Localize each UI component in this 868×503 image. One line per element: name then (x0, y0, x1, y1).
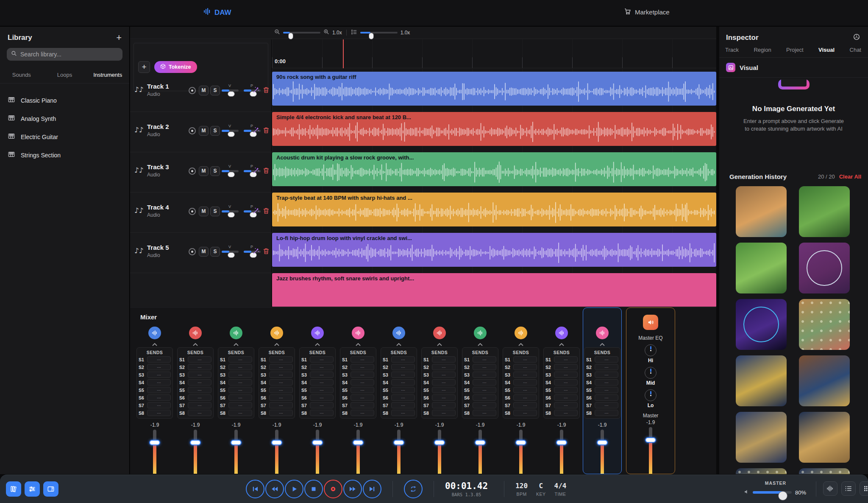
channel-fader[interactable] (479, 430, 482, 474)
record-arm-button[interactable] (189, 208, 196, 215)
chevron-up-icon[interactable] (559, 341, 565, 346)
record-arm-button[interactable] (189, 248, 196, 255)
skip-back-button[interactable] (246, 480, 264, 498)
audio-clip-1[interactable]: 90s rock song with a guitar riff (272, 72, 716, 106)
send-value[interactable]: --- (228, 387, 252, 393)
chevron-up-icon[interactable] (274, 341, 280, 346)
mute-button[interactable]: M (199, 247, 209, 257)
history-thumb-gorilla-mother-baby-jungle[interactable] (736, 243, 787, 293)
send-value[interactable]: --- (310, 372, 334, 378)
send-value[interactable]: --- (391, 410, 415, 416)
channel-fader[interactable] (519, 430, 523, 474)
ai-wand-icon[interactable] (252, 167, 260, 174)
channel-icon[interactable] (555, 327, 568, 339)
settings-icon[interactable] (853, 33, 860, 42)
history-thumb-venice-canal-starry[interactable] (736, 355, 787, 406)
mixer-channel-1[interactable]: SENDSS1---S2---S3---S4---S5---S6---S7---… (135, 307, 174, 474)
library-search[interactable] (7, 48, 122, 61)
send-value[interactable]: --- (147, 379, 171, 386)
track-volume-slider[interactable] (222, 251, 239, 253)
mixer-channel-3[interactable]: SENDSS1---S2---S3---S4---S5---S6---S7---… (217, 307, 256, 474)
delete-track-icon[interactable] (262, 247, 270, 255)
send-value[interactable]: --- (228, 364, 252, 370)
master-strip[interactable]: Master EQHiMidLoMaster-1.9 (626, 307, 675, 474)
solo-button[interactable]: S (210, 126, 220, 136)
send-value[interactable]: --- (228, 410, 252, 416)
chevron-up-icon[interactable] (518, 341, 524, 346)
send-value[interactable]: --- (595, 356, 618, 363)
send-value[interactable]: --- (269, 372, 293, 378)
send-value[interactable]: --- (595, 364, 618, 370)
send-value[interactable]: --- (310, 356, 334, 363)
channel-icon[interactable] (474, 327, 487, 339)
chevron-up-icon[interactable] (437, 341, 442, 346)
send-value[interactable]: --- (554, 387, 578, 393)
delete-track-icon[interactable] (262, 86, 270, 94)
send-value[interactable]: --- (310, 379, 334, 386)
channel-icon[interactable] (596, 327, 609, 339)
fast-forward-button[interactable] (343, 480, 362, 498)
send-value[interactable]: --- (432, 364, 456, 370)
send-value[interactable]: --- (351, 364, 374, 370)
inspector-tab-visual[interactable]: Visual (818, 47, 835, 53)
send-value[interactable]: --- (513, 387, 537, 393)
channel-icon[interactable] (311, 327, 324, 339)
send-value[interactable]: --- (391, 387, 415, 393)
library-tab-sounds[interactable]: Sounds (0, 68, 43, 83)
send-value[interactable]: --- (391, 372, 415, 378)
history-thumb-colosseum-starry-night[interactable] (736, 412, 787, 463)
send-value[interactable]: --- (147, 410, 171, 416)
send-value[interactable]: --- (351, 372, 374, 378)
send-value[interactable]: --- (351, 394, 374, 401)
inspector-tab-region[interactable]: Region (754, 47, 771, 53)
track-volume-slider[interactable] (222, 170, 239, 172)
send-value[interactable]: --- (595, 387, 618, 393)
send-value[interactable]: --- (351, 379, 374, 386)
send-value[interactable]: --- (269, 394, 293, 401)
track-volume-slider[interactable] (222, 130, 239, 132)
delete-track-icon[interactable] (262, 126, 270, 134)
send-value[interactable]: --- (147, 372, 171, 378)
send-value[interactable]: --- (554, 356, 578, 363)
send-value[interactable]: --- (228, 394, 252, 401)
library-item-strings-section[interactable]: Strings Section (0, 146, 129, 164)
send-value[interactable]: --- (554, 364, 578, 370)
send-value[interactable]: --- (473, 372, 496, 378)
send-value[interactable]: --- (147, 356, 171, 363)
send-value[interactable]: --- (269, 402, 293, 408)
send-value[interactable]: --- (310, 364, 334, 370)
send-value[interactable]: --- (595, 402, 618, 408)
history-thumb-dogs-trampoline-sunset[interactable] (736, 186, 787, 237)
channel-icon[interactable] (189, 327, 202, 339)
send-value[interactable]: --- (473, 379, 496, 386)
loop-button[interactable] (404, 480, 423, 498)
search-input[interactable] (20, 51, 118, 58)
send-value[interactable]: --- (595, 379, 618, 386)
audio-clip-6-partial[interactable]: Jazz brushes rhythm, soft snare swirls a… (272, 273, 716, 307)
ai-wand-icon[interactable] (252, 126, 260, 134)
audio-clip-2[interactable]: Simple 4/4 electronic kick and snare bea… (272, 112, 716, 146)
stop-button[interactable] (304, 480, 323, 498)
send-value[interactable]: --- (554, 372, 578, 378)
send-value[interactable]: --- (228, 379, 252, 386)
mixer-channel-4[interactable]: SENDSS1---S2---S3---S4---S5---S6---S7---… (257, 307, 296, 474)
send-value[interactable]: --- (228, 372, 252, 378)
mute-button[interactable]: M (199, 86, 209, 95)
mixer-channel-2[interactable]: SENDSS1---S2---S3---S4---S5---S6---S7---… (176, 307, 215, 474)
history-thumb-starry-pattern[interactable] (736, 468, 787, 474)
grid-view-button[interactable] (860, 481, 868, 496)
add-track-button[interactable]: + (138, 61, 150, 73)
chevron-up-icon[interactable] (477, 341, 483, 346)
send-value[interactable]: --- (188, 356, 211, 363)
playhead[interactable] (343, 39, 344, 68)
send-value[interactable]: --- (269, 387, 293, 393)
send-value[interactable]: --- (269, 410, 293, 416)
marketplace-button[interactable]: Marketplace (624, 8, 670, 16)
library-tab-instruments[interactable]: Instruments (86, 68, 129, 83)
rewind-button[interactable] (265, 480, 284, 498)
mute-button[interactable]: M (199, 126, 209, 136)
chevron-up-icon[interactable] (152, 341, 158, 346)
solo-button[interactable]: S (210, 166, 220, 176)
delete-track-icon[interactable] (262, 207, 270, 215)
send-value[interactable]: --- (432, 379, 456, 386)
